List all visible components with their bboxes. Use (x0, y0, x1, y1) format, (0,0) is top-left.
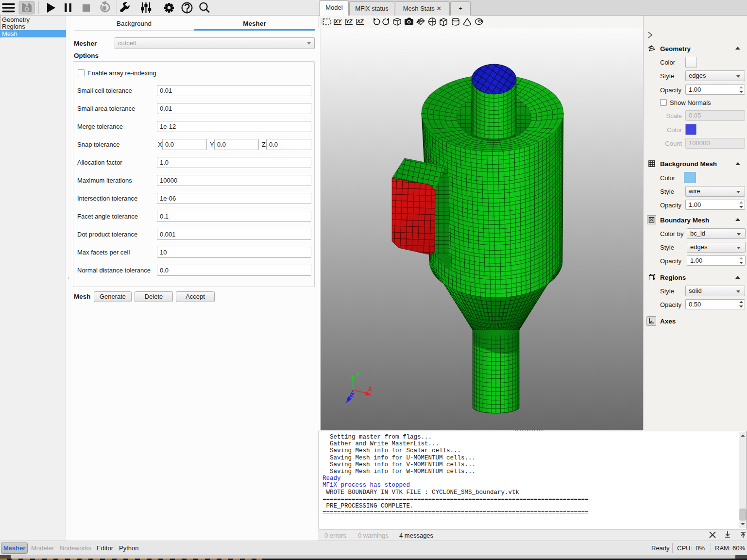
svg-text:YZ: YZ (346, 18, 353, 24)
svg-text:Z: Z (350, 391, 355, 399)
svg-text:Y: Y (356, 371, 361, 378)
svg-text:XZ: XZ (357, 18, 364, 24)
svg-text:XY: XY (334, 18, 342, 24)
svg-text:X: X (368, 385, 373, 392)
